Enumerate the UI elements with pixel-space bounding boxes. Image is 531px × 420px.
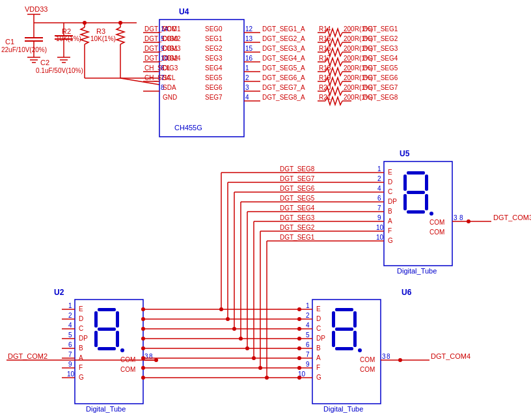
u5-f-label: F [388, 227, 392, 234]
u4-seg5-pin: 2 [245, 74, 249, 81]
u4-seg3-pin: 16 [245, 55, 253, 62]
dgt-seg5-net: DGT_SEG5 [363, 64, 398, 72]
seg8a-net: DGT_SEG8_A [262, 94, 305, 101]
u6-com-label2: COM [360, 366, 375, 373]
u4-seg1-label: SEG1 [205, 35, 223, 42]
u6-seg-bot [335, 347, 353, 350]
u6-seg-bl [332, 331, 335, 347]
u2-com-label2: COM [120, 366, 135, 373]
svg-point-121 [141, 366, 145, 370]
u5-net-seg5: DGT_SEG5 [280, 195, 315, 202]
svg-point-140 [226, 317, 230, 321]
seg3a-net: DGT_SEG3_A [262, 45, 305, 52]
r2-value: 10K(1%) [56, 35, 81, 42]
r2-label: R2 [62, 27, 71, 35]
u2-com-pin8: 8 [149, 353, 153, 360]
svg-point-115 [141, 307, 145, 311]
u6-dp-label: DP [316, 335, 325, 342]
u5-pin2: 2 [377, 175, 381, 182]
u6-g-label: G [316, 374, 321, 381]
u5-pin1: 1 [377, 165, 381, 173]
svg-point-119 [141, 346, 145, 350]
u4-dig3-label: DIG3 [163, 64, 178, 72]
svg-point-117 [141, 327, 145, 331]
u6-lpin3: 4 [306, 322, 310, 329]
seg2a-net: DGT_SEG2_A [262, 35, 305, 42]
u5-e-label: E [388, 169, 392, 176]
seg1a-net: DGT_SEG1_A [262, 25, 305, 33]
u4-dig0-label: DIG0 [163, 35, 178, 42]
u5-pin8: 10 [376, 234, 384, 241]
dgt-seg1-net: DGT_SEG1 [363, 25, 398, 33]
u4-dig1-label: DIG1 [163, 45, 178, 52]
u6-lpin4: 5 [306, 331, 310, 339]
u5-seg-bot-right [425, 194, 428, 210]
u2-seg-top [98, 308, 116, 311]
seg4a-net: DGT_SEG4_A [262, 55, 305, 62]
u4-dig2-label: DIG2 [163, 55, 178, 62]
u5-seg-top [407, 171, 425, 175]
u6-c-label: C [316, 325, 321, 332]
u6-com-pin8: 8 [387, 353, 390, 360]
u2-lpin4: 5 [68, 331, 72, 339]
u6-lpin5: 6 [306, 341, 310, 348]
u5-g-label: G [388, 237, 393, 244]
dgt-seg8-net: DGT_SEG8 [363, 94, 398, 101]
u6-dgt-com4-net: DGT_COM4 [431, 352, 470, 360]
svg-point-146 [265, 376, 269, 380]
u5-net-seg3: DGT_SEG3 [280, 214, 315, 221]
r3-value: 10K(1%) [90, 35, 116, 42]
u2-subtitle: Digital_Tube [86, 405, 126, 413]
u6-lpin2: 2 [306, 312, 310, 319]
u6-lpin1: 1 [306, 302, 310, 309]
u2-dp-dot [120, 348, 124, 352]
u6-seg-tr [353, 311, 357, 328]
svg-point-144 [252, 356, 256, 360]
r16-label: R16 [319, 45, 331, 52]
u5-seg-bot-left [403, 194, 407, 210]
u4-seg0-pin: 12 [245, 25, 253, 33]
r14-label: R14 [319, 25, 331, 33]
u6-subtitle: Digital_Tube [323, 405, 363, 413]
r20-label: R20 [319, 84, 331, 91]
u5-dp-label: DP [388, 198, 397, 205]
seg5a-net: DGT_SEG5_A [262, 64, 305, 72]
u5-label: U5 [400, 149, 410, 158]
u2-d-label: D [79, 315, 83, 322]
u4-seg3-label: SEG3 [205, 55, 223, 62]
u2-lpin7: 9 [68, 361, 72, 368]
u2-g-label: G [79, 374, 84, 381]
svg-point-122 [141, 376, 145, 380]
u2-dgt-com2-net: DGT_COM2 [8, 352, 48, 360]
u2-seg-tr [116, 311, 119, 328]
r18-label: R18 [319, 64, 331, 72]
u2-label: U2 [54, 288, 64, 297]
u5-subtitle: Digital_Tube [397, 267, 437, 275]
dgt-seg7-net: DGT_SEG7 [363, 84, 398, 91]
u5-com-label1: COM [429, 219, 444, 226]
svg-point-21 [83, 21, 87, 25]
svg-point-24 [118, 21, 122, 25]
dgt-seg4-net: DGT_SEG4 [363, 55, 398, 62]
u2-seg-tl [94, 311, 98, 328]
u6-d-label: D [316, 315, 321, 322]
u5-net-seg6: DGT_SEG6 [280, 185, 315, 192]
u2-seg-bl [94, 331, 98, 347]
seg6a-net: DGT_SEG6_A [262, 74, 305, 81]
r19-label: R19 [319, 74, 331, 81]
u5-dp-dot [429, 212, 433, 216]
r3-label: R3 [96, 27, 105, 35]
u6-seg-tl [332, 311, 335, 328]
vdd33-label: VDD33 [25, 5, 48, 13]
u4-seg7-pin: 4 [245, 94, 249, 101]
u4-vcc-label: VCC [163, 25, 176, 33]
u5-pin7: 10 [376, 224, 384, 231]
u5-seg-bot [407, 210, 425, 214]
u5-net-seg8: DGT_SEG8 [280, 165, 315, 173]
u2-seg-br [116, 331, 119, 347]
u2-lpin1: 1 [68, 302, 72, 309]
u4-label: U4 [179, 7, 189, 16]
u4-gnd-label: GND [163, 94, 177, 101]
u5-net-seg7: DGT_SEG7 [280, 175, 315, 182]
u2-f-label: F [79, 364, 83, 371]
